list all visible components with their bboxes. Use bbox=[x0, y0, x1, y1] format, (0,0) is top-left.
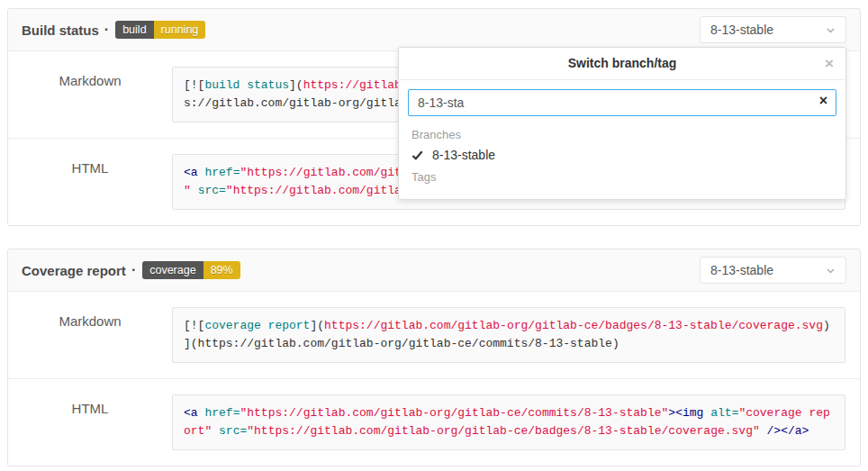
badge-key: coverage bbox=[142, 261, 203, 279]
row-label: HTML bbox=[8, 139, 172, 225]
switch-branch-popup: Switch branch/tag × × Branches 8-13-stab… bbox=[398, 47, 846, 200]
branches-group-header: Branches bbox=[399, 123, 845, 144]
popup-title: Switch branch/tag bbox=[568, 56, 677, 70]
branch-selector-button[interactable]: 8-13-stable bbox=[700, 16, 846, 43]
badge-value: running bbox=[154, 21, 206, 39]
check-icon bbox=[411, 149, 424, 161]
panel-title: Coverage report bbox=[22, 263, 126, 278]
row-label: Markdown bbox=[8, 51, 172, 138]
branch-search-input[interactable] bbox=[408, 89, 836, 116]
clear-search-icon[interactable]: × bbox=[819, 93, 827, 109]
branch-search: × bbox=[408, 89, 836, 116]
popup-header: Switch branch/tag × bbox=[399, 48, 845, 80]
build-status-badge: build running bbox=[115, 21, 205, 39]
title-separator: · bbox=[131, 262, 136, 278]
row-label: Markdown bbox=[8, 292, 172, 378]
branch-selector-value: 8-13-stable bbox=[710, 23, 773, 37]
badge-value: 89% bbox=[203, 261, 240, 279]
panel-title: Build status bbox=[22, 23, 99, 38]
title-separator: · bbox=[104, 22, 109, 38]
badge-key: build bbox=[115, 21, 153, 39]
build-status-panel-header: Build status · build running 8-13-stable bbox=[8, 9, 860, 51]
html-snippet: <a href="https://gitlab.com/gitlab-org/g… bbox=[172, 394, 845, 450]
coverage-report-panel-header: Coverage report · coverage 89% 8-13-stab… bbox=[8, 249, 860, 292]
chevron-down-icon bbox=[826, 266, 836, 276]
close-icon[interactable]: × bbox=[825, 48, 834, 79]
row-label: HTML bbox=[8, 379, 172, 466]
branch-item-label: 8-13-stable bbox=[432, 148, 495, 162]
markdown-row: Markdown [![coverage report](https://git… bbox=[8, 292, 860, 378]
chevron-down-icon bbox=[826, 25, 836, 35]
branch-selector-button[interactable]: 8-13-stable bbox=[700, 257, 846, 284]
branch-selector-value: 8-13-stable bbox=[710, 263, 773, 277]
markdown-snippet: [![coverage report](https://gitlab.com/g… bbox=[172, 307, 845, 363]
branch-item-8-13-stable[interactable]: 8-13-stable bbox=[399, 144, 845, 166]
coverage-badge: coverage 89% bbox=[142, 261, 240, 279]
tags-group-header: Tags bbox=[399, 166, 845, 186]
html-row: HTML <a href="https://gitlab.com/gitlab-… bbox=[8, 378, 860, 466]
coverage-report-panel: Coverage report · coverage 89% 8-13-stab… bbox=[7, 249, 861, 466]
